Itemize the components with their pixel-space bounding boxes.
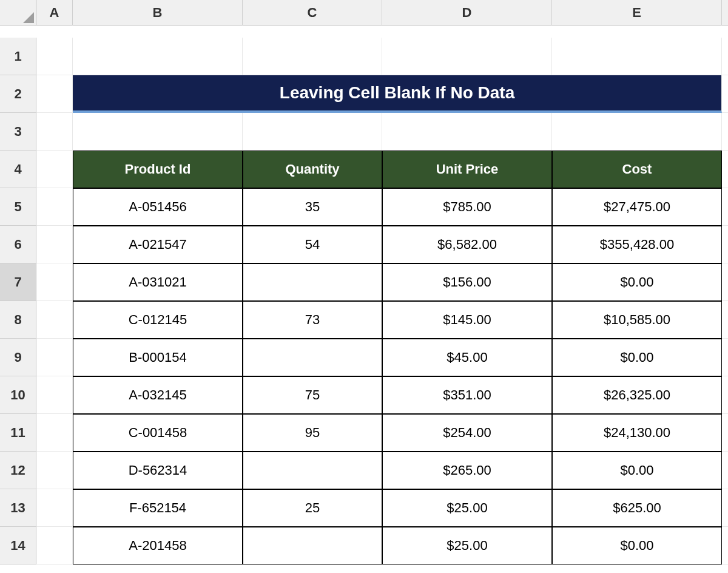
cell-A9[interactable] [36,339,73,376]
col-header-C[interactable]: C [243,0,382,25]
cell-F9[interactable] [722,339,728,376]
cell-quantity[interactable] [243,263,382,301]
cell-A8[interactable] [36,301,73,339]
cell-cost[interactable]: $0.00 [552,527,722,565]
cell-cost[interactable]: $26,325.00 [552,376,722,414]
cell-F13[interactable] [722,489,728,527]
cell-A1[interactable] [36,38,73,75]
cell-cost[interactable]: $27,475.00 [552,188,722,226]
row-header-2[interactable]: 2 [0,75,36,113]
cell-A7[interactable] [36,263,73,301]
cell-A13[interactable] [36,489,73,527]
cell-A3[interactable] [36,113,73,151]
table-header-quantity[interactable]: Quantity [243,151,382,188]
col-header-E[interactable]: E [552,0,722,25]
cell-D1[interactable] [382,38,552,75]
cell-unit-price[interactable]: $351.00 [382,376,552,414]
cell-cost[interactable]: $24,130.00 [552,414,722,452]
cell-quantity[interactable]: 75 [243,376,382,414]
cell-unit-price[interactable]: $265.00 [382,452,552,489]
cell-E1[interactable] [552,38,722,75]
cell-quantity[interactable] [243,527,382,565]
cell-cost[interactable]: $10,585.00 [552,301,722,339]
cell-F3[interactable] [722,113,728,151]
cell-F11[interactable] [722,414,728,452]
cell-D3[interactable] [382,113,552,151]
cell-F7[interactable] [722,263,728,301]
cell-quantity[interactable]: 95 [243,414,382,452]
cell-A12[interactable] [36,452,73,489]
col-header-B[interactable]: B [73,0,243,25]
row-header-9[interactable]: 9 [0,339,36,376]
cell-C3[interactable] [243,113,382,151]
cell-unit-price[interactable]: $254.00 [382,414,552,452]
cell-unit-price[interactable]: $785.00 [382,188,552,226]
cell-F1[interactable] [722,38,728,75]
title-banner[interactable]: Leaving Cell Blank If No Data [73,75,722,113]
cell-quantity[interactable]: 25 [243,489,382,527]
cell-A2[interactable] [36,75,73,113]
cell-cost[interactable]: $0.00 [552,452,722,489]
cell-F5[interactable] [722,188,728,226]
row-header-5[interactable]: 5 [0,188,36,226]
cell-B3[interactable] [73,113,243,151]
cell-A4[interactable] [36,151,73,188]
row-header-1[interactable]: 1 [0,38,36,75]
table-header-cost[interactable]: Cost [552,151,722,188]
cell-A5[interactable] [36,188,73,226]
cell-F14[interactable] [722,527,728,565]
spreadsheet-grid[interactable]: A B C D E 1 2 Leaving Cell Blank If No D… [0,0,728,565]
cell-unit-price[interactable]: $45.00 [382,339,552,376]
cell-C1[interactable] [243,38,382,75]
col-header-blank[interactable] [722,0,728,25]
table-header-product-id[interactable]: Product Id [73,151,243,188]
cell-A14[interactable] [36,527,73,565]
cell-quantity[interactable]: 35 [243,188,382,226]
cell-unit-price[interactable]: $156.00 [382,263,552,301]
cell-product-id[interactable]: A-021547 [73,226,243,263]
row-header-13[interactable]: 13 [0,489,36,527]
select-all-corner[interactable] [0,0,36,25]
cell-unit-price[interactable]: $6,582.00 [382,226,552,263]
cell-F12[interactable] [722,452,728,489]
cell-cost[interactable]: $625.00 [552,489,722,527]
cell-unit-price[interactable]: $25.00 [382,489,552,527]
cell-E3[interactable] [552,113,722,151]
row-header-4[interactable]: 4 [0,151,36,188]
row-header-6[interactable]: 6 [0,226,36,263]
cell-quantity[interactable] [243,452,382,489]
row-header-8[interactable]: 8 [0,301,36,339]
cell-cost[interactable]: $355,428.00 [552,226,722,263]
cell-product-id[interactable]: F-652154 [73,489,243,527]
cell-F2[interactable] [722,75,728,113]
cell-cost[interactable]: $0.00 [552,339,722,376]
cell-unit-price[interactable]: $25.00 [382,527,552,565]
row-header-14[interactable]: 14 [0,527,36,565]
cell-cost[interactable]: $0.00 [552,263,722,301]
cell-product-id[interactable]: A-051456 [73,188,243,226]
cell-product-id[interactable]: D-562314 [73,452,243,489]
cell-product-id[interactable]: A-201458 [73,527,243,565]
cell-product-id[interactable]: C-012145 [73,301,243,339]
row-header-11[interactable]: 11 [0,414,36,452]
table-header-unit-price[interactable]: Unit Price [382,151,552,188]
cell-F6[interactable] [722,226,728,263]
cell-quantity[interactable] [243,339,382,376]
cell-A6[interactable] [36,226,73,263]
cell-product-id[interactable]: C-001458 [73,414,243,452]
cell-product-id[interactable]: A-031021 [73,263,243,301]
cell-product-id[interactable]: A-032145 [73,376,243,414]
row-header-12[interactable]: 12 [0,452,36,489]
row-header-7[interactable]: 7 [0,263,36,301]
cell-F8[interactable] [722,301,728,339]
col-header-D[interactable]: D [382,0,552,25]
cell-F4[interactable] [722,151,728,188]
row-header-3[interactable]: 3 [0,113,36,151]
col-header-A[interactable]: A [36,0,73,25]
row-header-10[interactable]: 10 [0,376,36,414]
cell-quantity[interactable]: 73 [243,301,382,339]
cell-F10[interactable] [722,376,728,414]
cell-A11[interactable] [36,414,73,452]
cell-quantity[interactable]: 54 [243,226,382,263]
cell-unit-price[interactable]: $145.00 [382,301,552,339]
